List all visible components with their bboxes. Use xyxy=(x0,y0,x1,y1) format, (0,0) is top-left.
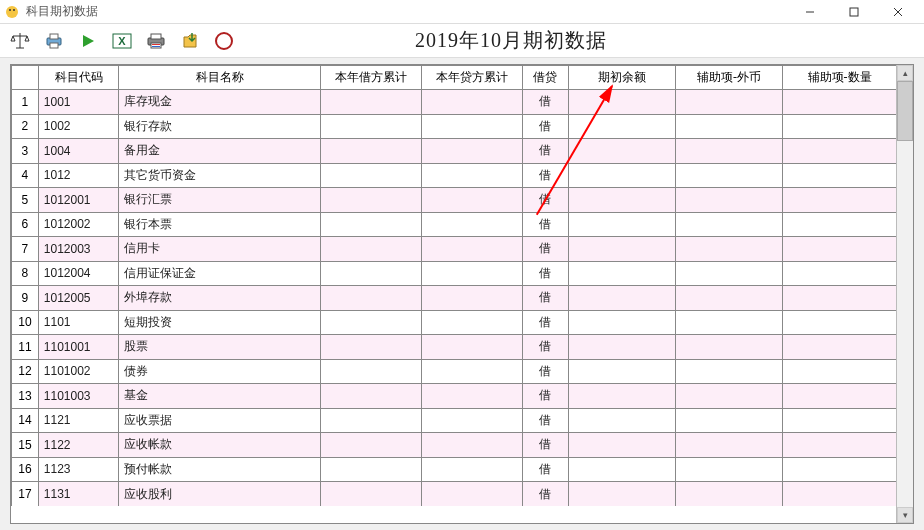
scroll-down-icon[interactable]: ▾ xyxy=(897,507,913,523)
cell-code[interactable]: 1101 xyxy=(38,310,118,335)
cell-jd[interactable]: 借 xyxy=(523,286,568,311)
table-row[interactable]: 121101002债券借 xyxy=(12,359,897,384)
cell-name[interactable]: 基金 xyxy=(119,384,321,409)
cell-code[interactable]: 1121 xyxy=(38,408,118,433)
table-row[interactable]: 61012002银行本票借 xyxy=(12,212,897,237)
cell-qty[interactable] xyxy=(783,114,896,139)
print-icon[interactable] xyxy=(42,29,66,53)
table-row[interactable]: 31004备用金借 xyxy=(12,139,897,164)
cell-balance[interactable] xyxy=(568,359,675,384)
run-icon[interactable] xyxy=(76,29,100,53)
cell-jd[interactable]: 借 xyxy=(523,335,568,360)
cell-qty[interactable] xyxy=(783,433,896,458)
table-row[interactable]: 21002银行存款借 xyxy=(12,114,897,139)
cell-qty[interactable] xyxy=(783,261,896,286)
cell-name[interactable]: 应收帐款 xyxy=(119,433,321,458)
cell-credit[interactable] xyxy=(422,384,523,409)
cell-credit[interactable] xyxy=(422,359,523,384)
cell-debit[interactable] xyxy=(321,457,422,482)
scroll-thumb[interactable] xyxy=(897,81,913,141)
cell-debit[interactable] xyxy=(321,237,422,262)
cell-name[interactable]: 短期投资 xyxy=(119,310,321,335)
col-jd[interactable]: 借贷 xyxy=(523,66,568,90)
cell-credit[interactable] xyxy=(422,433,523,458)
cell-code[interactable]: 1012005 xyxy=(38,286,118,311)
cell-code[interactable]: 1122 xyxy=(38,433,118,458)
cell-code[interactable]: 1101002 xyxy=(38,359,118,384)
cell-fx[interactable] xyxy=(675,90,782,115)
cell-fx[interactable] xyxy=(675,139,782,164)
cell-balance[interactable] xyxy=(568,212,675,237)
cell-credit[interactable] xyxy=(422,237,523,262)
cell-balance[interactable] xyxy=(568,90,675,115)
cell-name[interactable]: 外埠存款 xyxy=(119,286,321,311)
cell-fx[interactable] xyxy=(675,261,782,286)
cell-credit[interactable] xyxy=(422,188,523,213)
table-row[interactable]: 71012003信用卡借 xyxy=(12,237,897,262)
cell-credit[interactable] xyxy=(422,261,523,286)
cell-debit[interactable] xyxy=(321,163,422,188)
cell-jd[interactable]: 借 xyxy=(523,457,568,482)
cell-qty[interactable] xyxy=(783,163,896,188)
cell-name[interactable]: 库存现金 xyxy=(119,90,321,115)
cell-debit[interactable] xyxy=(321,433,422,458)
col-name[interactable]: 科目名称 xyxy=(119,66,321,90)
cell-credit[interactable] xyxy=(422,163,523,188)
cell-jd[interactable]: 借 xyxy=(523,237,568,262)
cell-debit[interactable] xyxy=(321,286,422,311)
cell-name[interactable]: 债券 xyxy=(119,359,321,384)
cell-qty[interactable] xyxy=(783,335,896,360)
cell-fx[interactable] xyxy=(675,408,782,433)
cell-balance[interactable] xyxy=(568,335,675,360)
table-row[interactable]: 11001库存现金借 xyxy=(12,90,897,115)
stop-icon[interactable] xyxy=(212,29,236,53)
table-row[interactable]: 111101001股票借 xyxy=(12,335,897,360)
cell-code[interactable]: 1004 xyxy=(38,139,118,164)
table-row[interactable]: 171131应收股利借 xyxy=(12,482,897,507)
cell-code[interactable]: 1002 xyxy=(38,114,118,139)
cell-credit[interactable] xyxy=(422,90,523,115)
cell-balance[interactable] xyxy=(568,408,675,433)
scroll-up-icon[interactable]: ▴ xyxy=(897,65,913,81)
cell-fx[interactable] xyxy=(675,335,782,360)
cell-code[interactable]: 1012001 xyxy=(38,188,118,213)
cell-balance[interactable] xyxy=(568,310,675,335)
cell-name[interactable]: 预付帐款 xyxy=(119,457,321,482)
cell-fx[interactable] xyxy=(675,457,782,482)
cell-balance[interactable] xyxy=(568,433,675,458)
cell-debit[interactable] xyxy=(321,188,422,213)
cell-jd[interactable]: 借 xyxy=(523,139,568,164)
cell-credit[interactable] xyxy=(422,114,523,139)
cell-qty[interactable] xyxy=(783,482,896,507)
minimize-button[interactable] xyxy=(788,1,832,23)
cell-fx[interactable] xyxy=(675,114,782,139)
cell-code[interactable]: 1101001 xyxy=(38,335,118,360)
cell-debit[interactable] xyxy=(321,261,422,286)
close-button[interactable] xyxy=(876,1,920,23)
cell-debit[interactable] xyxy=(321,310,422,335)
cell-jd[interactable]: 借 xyxy=(523,482,568,507)
cell-debit[interactable] xyxy=(321,384,422,409)
cell-balance[interactable] xyxy=(568,139,675,164)
cell-credit[interactable] xyxy=(422,408,523,433)
table-row[interactable]: 131101003基金借 xyxy=(12,384,897,409)
cell-fx[interactable] xyxy=(675,310,782,335)
cell-debit[interactable] xyxy=(321,114,422,139)
cell-code[interactable]: 1012004 xyxy=(38,261,118,286)
col-code[interactable]: 科目代码 xyxy=(38,66,118,90)
table-row[interactable]: 101101短期投资借 xyxy=(12,310,897,335)
cell-credit[interactable] xyxy=(422,457,523,482)
cell-qty[interactable] xyxy=(783,408,896,433)
cell-credit[interactable] xyxy=(422,482,523,507)
cell-qty[interactable] xyxy=(783,457,896,482)
cell-debit[interactable] xyxy=(321,90,422,115)
cell-jd[interactable]: 借 xyxy=(523,384,568,409)
cell-balance[interactable] xyxy=(568,286,675,311)
table-row[interactable]: 51012001银行汇票借 xyxy=(12,188,897,213)
cell-code[interactable]: 1123 xyxy=(38,457,118,482)
cell-jd[interactable]: 借 xyxy=(523,114,568,139)
cell-fx[interactable] xyxy=(675,433,782,458)
cell-name[interactable]: 银行本票 xyxy=(119,212,321,237)
cell-qty[interactable] xyxy=(783,188,896,213)
cell-credit[interactable] xyxy=(422,139,523,164)
